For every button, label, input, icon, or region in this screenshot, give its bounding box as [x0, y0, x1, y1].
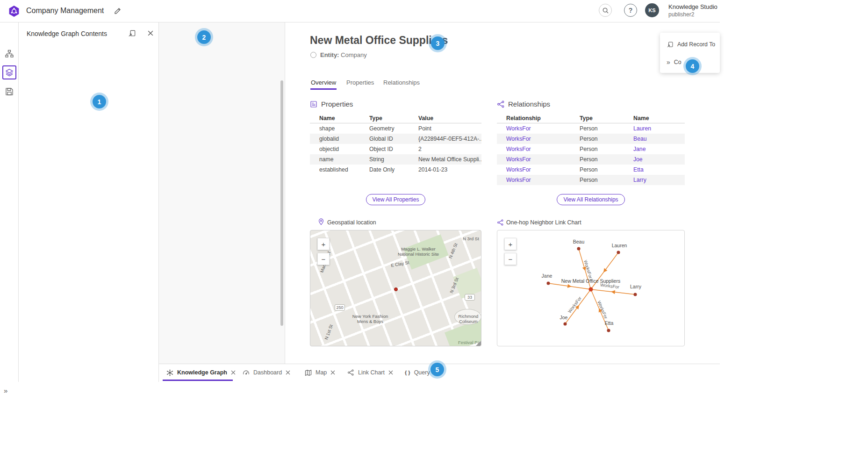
entity-type-line: Entity: Company	[310, 51, 367, 58]
callout-badge-5: 5	[430, 363, 444, 376]
close-panel-icon[interactable]	[148, 30, 153, 36]
node-label: Lauren	[612, 243, 627, 248]
zoom-in-button[interactable]: +	[504, 238, 516, 250]
relationship-row: WorksForPersonLarry	[497, 175, 685, 185]
zoom-out-button[interactable]: −	[504, 253, 516, 265]
property-row: establishedDate Only2014-01-23	[310, 165, 481, 175]
center-node-label: New Metal Office Suppliers	[561, 278, 620, 284]
edge-jane	[548, 283, 591, 289]
relationship-row: WorksForPersonJane	[497, 144, 685, 154]
link-chart-canvas: WorksFor WorksFor WorksFor WorksFor Beau…	[497, 230, 685, 347]
zoom-in-button[interactable]: +	[317, 238, 330, 250]
col-header: Value	[418, 115, 481, 122]
view-tab-dashboard[interactable]: Dashboard	[243, 364, 290, 381]
search-icon[interactable]	[599, 4, 612, 17]
avatar[interactable]: KS	[645, 3, 659, 17]
add-to-new-panel-icon[interactable]	[128, 29, 136, 37]
expand-rail-icon[interactable]: »	[4, 387, 7, 395]
close-tab-icon[interactable]	[231, 370, 236, 375]
col-header: Relationship	[506, 115, 580, 122]
property-row: globalidGlobal ID{A228944F-0EF5-412A-...	[310, 134, 481, 144]
close-tab-icon[interactable]	[388, 370, 393, 375]
edge-larry	[591, 289, 635, 294]
tab-overview[interactable]: Overview	[311, 79, 336, 86]
node-label: Jane	[542, 273, 552, 279]
node-lauren[interactable]	[617, 251, 620, 254]
callout-badge-2: 2	[197, 30, 211, 44]
col-header: Name	[319, 115, 369, 122]
layers-icon	[5, 68, 14, 77]
help-icon[interactable]: ?	[624, 4, 637, 17]
product-name: Knowledge Studio	[668, 3, 717, 10]
zoom-out-button[interactable]: −	[317, 253, 330, 265]
knowledge-graph-icon	[166, 369, 173, 376]
app-header: Company Management ? KS Knowledge Studio…	[0, 0, 720, 22]
node-jane[interactable]	[547, 282, 550, 285]
record-list-panel	[159, 22, 285, 382]
tab-properties[interactable]: Properties	[346, 79, 374, 86]
add-record-icon	[667, 41, 674, 48]
entity-type: Company	[341, 51, 367, 58]
relationships-header-row: Relationship Type Name	[497, 113, 685, 123]
node-beau[interactable]	[577, 247, 581, 251]
relationships-table: Relationship Type Name WorksForPersonLau…	[497, 113, 685, 185]
properties-table: Name Type Value shapeGeometryPoint globa…	[310, 113, 481, 175]
map[interactable]: N 3rd St N 4th St Maggie L. Walker Natio…	[310, 230, 481, 346]
entity-dot-icon	[310, 52, 316, 58]
link-chart[interactable]: WorksFor WorksFor WorksFor WorksFor Beau…	[497, 230, 685, 346]
properties-section-icon	[310, 100, 317, 108]
geospatial-section-title: Geospatial location	[327, 219, 376, 226]
view-all-relationships-button[interactable]: View All Relationships	[557, 194, 624, 205]
app-title: Company Management	[26, 7, 104, 15]
map-poi-label: Maggie L. Walker National Historic Site	[397, 246, 440, 257]
panel-title: Knowledge Graph Contents	[27, 30, 107, 37]
query-icon: { }	[405, 370, 410, 375]
signed-in-user: publisher2	[668, 11, 694, 18]
callout-badge-3: 3	[431, 36, 445, 50]
app-logo-icon	[7, 5, 21, 18]
col-header: Name	[633, 115, 685, 122]
callout-badge-1: 1	[93, 95, 106, 108]
app-window: Company Management ? KS Knowledge Studio…	[0, 0, 720, 382]
route-shield: 33	[465, 294, 475, 301]
entity-label: Entity:	[320, 51, 339, 58]
node-center[interactable]	[589, 287, 593, 292]
map-poi-label: New York Fashion Mens & Boys	[349, 314, 392, 324]
menu-item-add-record-to[interactable]: Add Record To	[660, 36, 720, 52]
tab-relationships[interactable]: Relationships	[383, 79, 420, 86]
route-shield: 250	[335, 304, 345, 311]
node-label: Larry	[630, 284, 642, 289]
properties-header-row: Name Type Value	[310, 113, 481, 123]
node-larry[interactable]	[634, 293, 637, 296]
page: { "header": { "app_title": "Company Mana…	[0, 0, 868, 452]
save-icon[interactable]	[5, 87, 14, 96]
relationship-row: WorksForPersonJoe	[497, 154, 685, 165]
view-tab-knowledge-graph[interactable]: Knowledge Graph	[166, 364, 236, 381]
list-scrollbar[interactable]	[280, 80, 283, 326]
link-chart-section-icon	[497, 219, 504, 226]
node-joe[interactable]	[564, 323, 567, 326]
edit-title-icon[interactable]	[114, 7, 122, 14]
node-etta[interactable]	[607, 329, 610, 332]
hierarchy-icon[interactable]	[5, 50, 14, 58]
relationship-row: WorksForPersonLauren	[497, 123, 685, 134]
property-row: shapeGeometryPoint	[310, 123, 481, 134]
map-attribution-toggle[interactable]	[476, 341, 481, 346]
properties-section-title: Properties	[321, 100, 353, 108]
col-header: Type	[580, 115, 633, 122]
view-all-properties-button[interactable]: View All Properties	[366, 194, 426, 205]
node-label: Etta	[605, 320, 614, 326]
record-title: New Metal Office Suppliers	[310, 34, 448, 47]
chevrons-right-icon: »	[667, 58, 670, 66]
property-row: nameStringNew Metal Office Suppli...	[310, 154, 481, 165]
map-street-label: N 3rd St	[463, 236, 479, 241]
view-tab-map[interactable]: Map	[305, 364, 335, 381]
tool-layers-selected[interactable]	[2, 65, 16, 79]
view-tab-link-chart[interactable]: Link Chart	[347, 364, 393, 381]
close-tab-icon[interactable]	[330, 370, 335, 375]
col-header: Type	[369, 115, 418, 122]
node-label: Beau	[573, 239, 585, 244]
map-pin-icon	[318, 218, 324, 225]
close-tab-icon[interactable]	[286, 370, 290, 375]
relationship-row: WorksForPersonEtta	[497, 165, 685, 175]
